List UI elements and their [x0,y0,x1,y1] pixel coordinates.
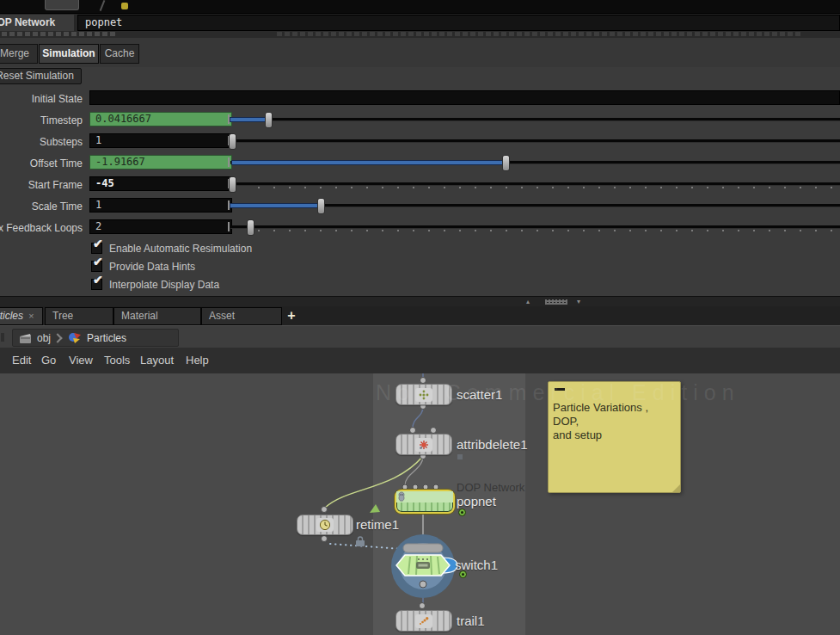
breadcrumb-root[interactable]: obj [37,332,51,344]
checkbox-label: Enable Automatic Resimulation [109,242,252,256]
timestep-input[interactable]: 0.0416667 [89,112,232,126]
path-separator-icon [100,0,106,11]
menu-tools[interactable]: Tools [104,353,130,368]
node-type-label: DOP Network [0,15,74,31]
illegible-text [277,32,803,36]
node-trail1[interactable] [395,610,452,632]
menu-help[interactable]: Help [186,353,209,368]
pane-tab-particles[interactable]: Particles× [0,307,43,325]
tab-merge[interactable]: Merge [0,44,38,64]
network-menu-bar: Edit Go View Tools Layout Help [0,348,840,375]
pane-tab-tree-view[interactable]: Tree View× [45,307,113,325]
param-row-substeps: Substeps 1 [0,133,840,154]
sticky-note[interactable]: Particle Variations , DOP, and setup [548,381,681,493]
houdini-window: DOP Network popnet Merge Simulation Cach… [0,0,840,635]
note-resize-corner[interactable] [672,484,680,492]
timestep-slider[interactable] [227,111,840,127]
node-retime1[interactable] [297,515,353,535]
lock-icon [356,537,365,546]
start-frame-input[interactable]: -45 [89,176,232,191]
param-row-scale-time: Scale Time 1 [0,197,840,219]
pane-tab-asset-browser[interactable]: Asset Browser× [201,307,282,325]
offset-time-input[interactable]: -1.91667 [89,155,232,170]
checkbox-row: ✔ Enable Automatic Resimulation [0,240,430,258]
feedback-loops-slider[interactable] [227,219,840,235]
note-text: Particle Variations , DOP, [553,401,648,428]
initial-state-input[interactable] [89,90,840,105]
scale-time-input[interactable]: 1 [89,198,232,213]
pane-tab-label: Particles [0,310,28,322]
checkmark-icon: ✔ [93,255,103,268]
trail-icon [415,614,432,628]
button-row: Reset Simulation [0,67,840,83]
pane-tab-material-palette[interactable]: Material Palette× [113,307,201,325]
feedback-loops-input[interactable]: 2 [89,219,232,234]
param-row-offset-time: Offset Time -1.91667 [0,154,840,176]
switch1-info-badge[interactable] [459,570,467,578]
reset-simulation-button[interactable]: Reset Simulation [0,68,82,84]
popnet-icon [396,491,453,502]
scatter-icon [415,388,432,402]
param-label: Start Frame [0,178,83,193]
menu-view[interactable]: View [69,353,93,368]
node-label-trail1[interactable]: trail1 [457,613,485,628]
node-scatter1[interactable] [395,384,452,405]
add-tab-button[interactable]: + [284,308,299,324]
menu-go[interactable]: Go [41,353,56,368]
node-popnet[interactable] [395,490,455,514]
pane-tab-bar: Particles× Tree View× Material Palette× … [0,306,840,326]
substeps-slider[interactable] [227,133,840,149]
illegible-text [2,32,115,36]
menu-layout[interactable]: Layout [140,353,174,368]
checkmark-icon: ✔ [93,237,103,250]
tab-simulation[interactable]: Simulation [39,44,99,64]
breadcrumb-current[interactable]: Particles [87,332,126,344]
node-label-popnet[interactable]: popnet [457,494,496,509]
divider-grip-icon[interactable] [545,299,567,305]
chevron-right-icon [52,333,62,342]
popnet-info-badge[interactable] [458,509,466,516]
param-label: Scale Time [0,200,83,214]
slider-handle[interactable] [317,198,325,214]
param-row-feedback-loops: Max Feedback Loops 2 [0,219,840,240]
slider-handle[interactable] [247,219,254,236]
tab-cache[interactable]: Cache [100,44,139,64]
breadcrumb-bar: obj Particles [0,325,840,349]
param-label: Max Feedback Loops [0,221,83,236]
param-label: Offset Time [0,157,83,171]
checkbox-label: Provide Data Hints [109,260,195,274]
checkmark-icon: ✔ [93,273,103,287]
start-frame-slider[interactable] [227,176,840,192]
close-icon[interactable]: × [28,311,40,321]
node-type-ghost-label: DOP Network [457,481,524,494]
param-row-timestep: Timestep 0.0416667 [0,111,840,133]
slider-handle[interactable] [502,155,510,171]
offset-time-slider[interactable] [227,154,840,170]
clipped-top-pane [0,0,840,13]
retime-clock-icon [316,518,334,532]
note-collapse-icon[interactable] [555,388,565,391]
parameter-folder-tabs: Merge Simulation Cache [0,38,840,68]
scale-time-slider[interactable] [227,197,840,213]
node-name-input[interactable]: popnet [77,15,840,31]
substeps-input[interactable]: 1 [89,133,232,148]
breadcrumb[interactable]: obj Particles [12,329,179,347]
param-row-initial-state: Initial State [0,89,840,111]
collapse-down-icon[interactable]: ▾ [577,298,580,305]
pane-corner-mark [1,333,4,342]
node-attribdelete1[interactable] [395,434,452,455]
checkbox-label: Interpolate Display Data [109,278,219,293]
network-editor[interactable]: scatter1 attribdelete1 DOP Network popne… [0,373,840,635]
param-label: Timestep [0,114,83,128]
node-label-attribdelete1[interactable]: attribdelete1 [457,437,528,452]
collapse-up-icon[interactable]: ▴ [526,298,530,305]
slider-handle[interactable] [265,112,273,128]
node-label-retime1[interactable]: retime1 [356,517,399,532]
slider-handle[interactable] [229,133,236,150]
node-label-scatter1[interactable]: scatter1 [457,387,502,402]
clipped-icon [45,0,79,10]
param-label: Initial State [0,92,83,107]
slider-ticks [258,230,837,231]
slider-handle[interactable] [229,176,236,193]
menu-edit[interactable]: Edit [12,353,31,368]
